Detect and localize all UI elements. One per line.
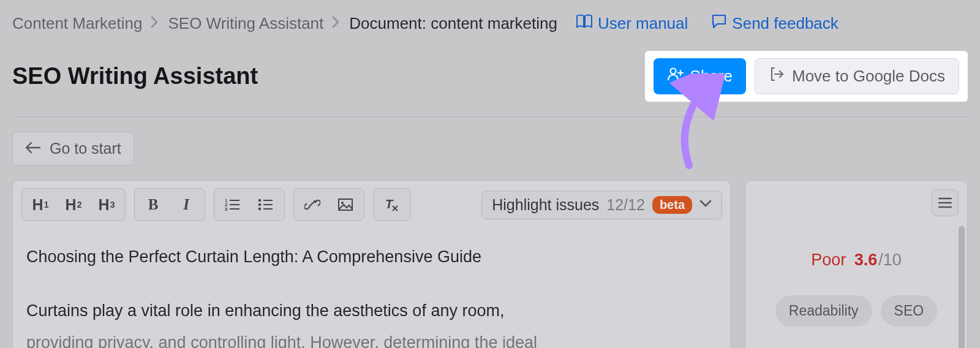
share-button-label: Share — [690, 67, 733, 86]
chevron-right-icon — [151, 16, 159, 32]
move-to-gdocs-label: Move to Google Docs — [792, 67, 945, 86]
document-paragraph-2: providing privacy, and controlling light… — [26, 328, 717, 348]
editor-toolbar: H1 H2 H3 B I 123 — [13, 181, 731, 229]
highlight-issues-count: 12/12 — [606, 196, 645, 214]
svg-point-0 — [670, 69, 676, 74]
arrow-left-icon — [25, 140, 41, 157]
svg-rect-13 — [339, 199, 352, 210]
chat-icon — [711, 13, 727, 34]
readability-chip[interactable]: Readability — [775, 295, 872, 327]
panel-menu-button[interactable] — [932, 189, 959, 216]
go-to-start-label: Go to start — [50, 140, 121, 157]
bold-button[interactable]: B — [137, 191, 169, 218]
send-feedback-link[interactable]: Send feedback — [711, 13, 838, 34]
link-button[interactable] — [296, 191, 328, 218]
editor-body[interactable]: Choosing the Perfect Curtain Length: A C… — [13, 229, 731, 348]
h1-button[interactable]: H1 — [24, 191, 56, 218]
score-panel: Poor 3.6/10 Readability SEO — [745, 180, 968, 348]
score-max: /10 — [878, 251, 902, 269]
chevron-right-icon — [332, 16, 341, 32]
svg-text:T: T — [385, 197, 394, 211]
highlight-issues-dropdown[interactable]: Highlight issues 12/12 beta — [481, 191, 722, 219]
unordered-list-button[interactable] — [250, 191, 282, 218]
metric-chips: Readability SEO — [754, 295, 959, 327]
editor-panel: H1 H2 H3 B I 123 — [12, 180, 731, 348]
header-actions: Share Move to Google Docs — [645, 51, 968, 102]
user-manual-link[interactable]: User manual — [576, 14, 688, 33]
breadcrumb-current: Document: content marketing — [349, 14, 557, 33]
send-feedback-label: Send feedback — [732, 14, 838, 33]
panel-scrollbar[interactable] — [959, 226, 965, 348]
svg-text:3: 3 — [225, 206, 228, 211]
book-icon — [576, 14, 593, 33]
score-label: Poor — [811, 251, 846, 269]
export-icon — [769, 66, 785, 86]
share-button[interactable]: Share — [654, 58, 746, 94]
image-button[interactable] — [330, 191, 361, 218]
clear-group: T — [373, 188, 411, 221]
score-value: 3.6 — [854, 251, 878, 269]
document-heading: Choosing the Perfect Curtain Length: A C… — [26, 242, 717, 273]
italic-button[interactable]: I — [170, 191, 202, 218]
clear-format-button[interactable]: T — [376, 191, 408, 218]
h2-button[interactable]: H2 — [58, 191, 89, 218]
document-paragraph-1: Curtains play a vital role in enhancing … — [26, 296, 717, 327]
highlight-issues-label: Highlight issues — [492, 196, 599, 214]
insert-group — [293, 188, 364, 221]
svg-point-7 — [258, 199, 261, 202]
ordered-list-button[interactable]: 123 — [217, 191, 249, 218]
headings-group: H1 H2 H3 — [21, 188, 126, 221]
go-to-start-button[interactable]: Go to start — [12, 132, 134, 165]
person-add-icon — [667, 67, 684, 86]
breadcrumb-section[interactable]: SEO Writing Assistant — [168, 14, 323, 33]
h3-button[interactable]: H3 — [91, 191, 123, 218]
svg-point-8 — [258, 203, 261, 206]
svg-point-9 — [258, 208, 261, 210]
hamburger-icon — [938, 197, 952, 208]
breadcrumb-parent[interactable]: Content Marketing — [12, 14, 142, 33]
page-title: SEO Writing Assistant — [12, 63, 258, 89]
beta-badge: beta — [652, 196, 692, 214]
score-display: Poor 3.6/10 — [754, 251, 959, 270]
list-group: 123 — [214, 188, 285, 221]
seo-chip[interactable]: SEO — [881, 295, 938, 327]
format-group: B I — [134, 188, 205, 221]
move-to-gdocs-button[interactable]: Move to Google Docs — [755, 58, 959, 94]
chevron-down-icon — [699, 199, 712, 210]
user-manual-label: User manual — [598, 14, 688, 33]
breadcrumb: Content Marketing SEO Writing Assistant … — [12, 13, 968, 34]
svg-point-14 — [341, 202, 344, 204]
